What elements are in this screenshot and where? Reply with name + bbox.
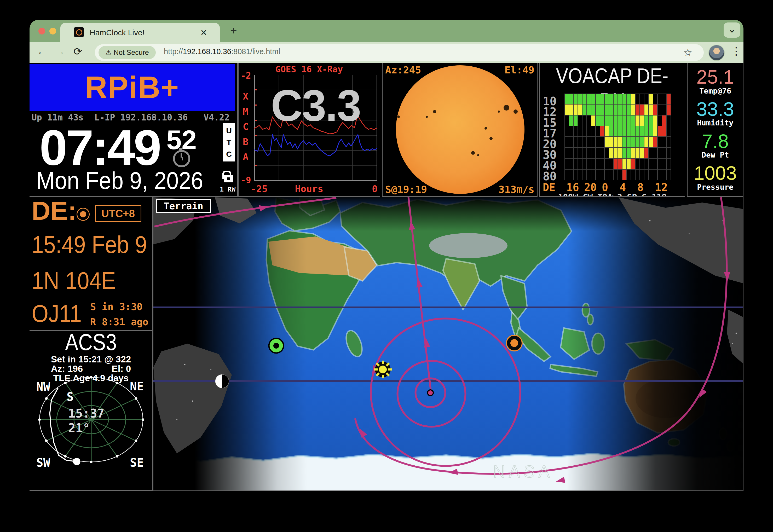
voacap-cell [587,126,591,137]
voacap-cell [622,104,627,115]
voacap-cell [600,158,604,169]
forward-icon[interactable]: → [55,45,65,57]
new-tab-button[interactable]: + [230,24,237,37]
wx-dewpoint: 7.8 Dew Pt [688,132,743,159]
de-sunrise: R 8:31 ago [90,316,148,328]
voacap-cell [640,158,644,169]
voacap-cell [573,126,578,137]
date-line[interactable]: Mon Feb 9, 2026 [36,167,203,195]
voacap-cell [569,169,573,180]
voacap-panel[interactable]: VOACAP DE-DX 10 12 15 17 20 30 40 80 DE … [539,63,685,197]
sun-set-time: S@19:19 [385,184,427,195]
voacap-cell [662,115,666,126]
voacap-cell [587,148,591,158]
voacap-cell [657,126,662,137]
tab-title: HamClock Live! [90,28,145,37]
voacap-cell [604,94,609,104]
sunspot [484,127,487,130]
voacap-cell [649,169,653,180]
voacap-cell [618,169,622,180]
tab-search-button[interactable]: ⌄ [724,22,740,38]
sun-panel[interactable]: Az:245 El:49 S@19:19 313m/s [382,63,538,197]
hour-label: 16 [566,181,579,193]
map-canvas: NASA [153,197,743,491]
voacap-cell [613,169,618,180]
voacap-cell [569,104,573,115]
voacap-cell [591,126,596,137]
voacap-cell [591,158,596,169]
voacap-cell [609,148,613,158]
corner-se: SE [130,456,144,469]
bookmark-star-icon[interactable]: ☆ [683,47,692,58]
voacap-cell [600,94,604,104]
voacap-cell [626,115,631,126]
voacap-cell [609,137,613,148]
url-text[interactable]: http://192.168.10.36:8081/live.html [164,47,280,56]
voacap-cell [609,94,613,104]
voacap-cell [591,115,596,126]
de-coords[interactable]: 1N 104E [32,267,116,295]
latitude-line-upper [153,307,743,308]
de-panel[interactable]: DE: UTC+8 15:49 Feb 9 1N 104E OJ11 S in … [30,197,153,331]
tab-bar: HamClock Live! ✕ + ⌄ [30,20,743,42]
voacap-cell [622,169,627,180]
profile-avatar[interactable] [708,45,725,61]
de-gridsquare[interactable]: OJ11 [32,300,82,328]
address-bar[interactable]: ⚠ Not Secure http://192.168.10.36:8081/l… [95,44,704,61]
wx-temp-label: Temp@76 [688,86,743,95]
voacap-cell [613,104,618,115]
de-radio-icon[interactable] [77,208,90,221]
voacap-cell [604,126,609,137]
voacap-cell [600,115,604,126]
voacap-cell [626,148,631,158]
weather-panel[interactable]: 25.1 Temp@76 33.3 Humidity 7.8 Dew Pt 10… [687,63,743,197]
voacap-cell [626,137,631,148]
hour-label: 20 [584,181,597,193]
sat-name[interactable]: ACS3 [36,331,146,356]
world-map[interactable]: Terrain [153,197,743,491]
version[interactable]: V4.22 [204,112,229,123]
voacap-cell [631,126,635,137]
goes-band-a: A [243,152,249,162]
voacap-cell [587,115,591,126]
de-label[interactable]: DE: [32,197,77,226]
map-style-label[interactable]: Terrain [156,199,211,213]
not-secure-chip[interactable]: ⚠ Not Secure [99,46,156,59]
voacap-cell [644,158,649,169]
voacap-cell [613,148,618,158]
utc-letter: C [226,150,232,159]
menu-dots-icon[interactable]: ⋮ [731,45,741,57]
sunspot [397,115,400,118]
stopwatch-icon[interactable] [173,150,190,167]
de-datetime[interactable]: 15:49 Feb 9 [32,231,147,259]
de-timezone-button[interactable]: UTC+8 [95,205,141,222]
tab-hamclock[interactable]: HamClock Live! ✕ [60,23,220,42]
voacap-cell [582,126,587,137]
voacap-cell [644,94,649,104]
voacap-cell [666,137,671,148]
voacap-cell [635,94,640,104]
utc-letter: U [226,126,232,135]
callsign-banner[interactable]: RPiB+ [30,64,235,111]
clock-panel[interactable]: RPiB+ Up 11m 43s L-IP 192.168.10.36 V4.2… [30,63,238,197]
sat-el: El: 0 [112,363,131,374]
tab-close-icon[interactable]: ✕ [200,28,207,38]
voacap-cell [569,126,573,137]
reload-icon[interactable]: ⟳ [73,45,82,57]
wx-humidity: 33.3 Humidity [688,100,743,127]
voacap-cell [662,169,666,180]
voacap-cell [613,94,618,104]
minimize-window-button[interactable] [49,28,56,34]
voacap-cell [666,126,671,137]
satellite-panel[interactable]: ACS3 Set in 15:21 @ 322 Az: 196El: 0 TLE… [30,331,153,491]
voacap-cell [622,115,627,126]
voacap-cell [640,115,644,126]
unlock-icon[interactable] [224,175,233,182]
utc-toggle[interactable]: U T C [223,123,235,161]
close-window-button[interactable] [38,28,45,34]
goes-xray-panel[interactable]: GOES 16 X-Ray C3.3 -2 X M C B A -9 -25 H… [238,63,380,197]
voacap-cell [622,94,627,104]
voacap-de-label: DE [543,181,555,193]
voacap-cell [613,137,618,148]
back-icon[interactable]: ← [37,45,47,57]
